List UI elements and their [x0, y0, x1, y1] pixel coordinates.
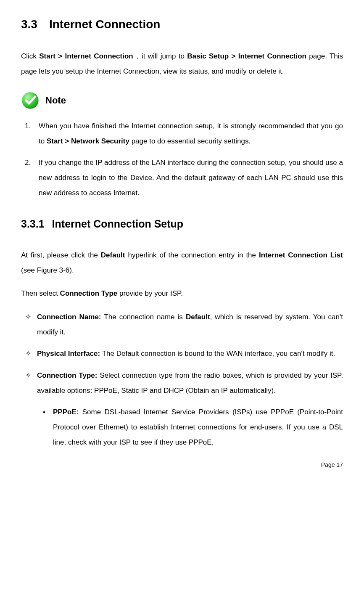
text-run: The connection name is	[101, 313, 186, 321]
text-run: hyperlink of the connection entry in the	[125, 251, 259, 259]
text-run: Then select	[21, 289, 60, 297]
text-run: At first, please click the	[21, 251, 101, 259]
list-item: Connection Type: Select connection type …	[24, 368, 343, 398]
list-item: PPPoE: Some DSL-based Internet Service P…	[41, 405, 343, 450]
text-bold: Connection Type	[60, 289, 118, 297]
text-run: (see Figure 3-6).	[21, 266, 74, 274]
text-run: Click	[21, 52, 39, 60]
body-paragraph: Then select Connection Type provide by y…	[21, 286, 343, 301]
sub-list: PPPoE: Some DSL-based Internet Service P…	[21, 405, 343, 450]
item-label: Connection Type:	[37, 371, 97, 379]
text-bold: Start > Network Security	[47, 137, 129, 145]
note-label: Note	[45, 91, 66, 110]
note-list-item: If you change the IP address of the LAN …	[33, 155, 343, 200]
text-run: Some DSL-based Internet Service Provider…	[53, 408, 343, 446]
section-heading: 3.3Internet Connection	[21, 17, 343, 32]
definition-list: Connection Name: The connection name is …	[21, 310, 343, 398]
section-title-text: Internet Connection	[49, 18, 160, 31]
check-circle-icon	[21, 91, 40, 110]
section-number: 3.3	[21, 18, 37, 31]
subsection-heading: 3.3.1Internet Connection Setup	[21, 217, 343, 231]
page-number: Page 17	[321, 461, 343, 468]
list-item: Physical Interface: The Default connecti…	[24, 346, 343, 361]
subsection-number: 3.3.1	[21, 218, 45, 230]
text-run: provide by your ISP.	[117, 289, 183, 297]
item-label: Physical Interface:	[37, 350, 100, 358]
text-bold: Internet Connection List	[259, 251, 343, 259]
note-list-item: When you have finished the Internet conn…	[33, 119, 343, 148]
intro-paragraph: Click Start > Internet Connection，it wil…	[21, 49, 343, 79]
note-callout: Note	[21, 91, 343, 110]
text-run: The Default connection is bound to the W…	[100, 350, 335, 358]
list-item: Connection Name: The connection name is …	[24, 310, 343, 339]
item-label: Connection Name:	[37, 313, 101, 321]
text-bold: Basic Setup > Internet Connection	[187, 52, 306, 60]
body-paragraph: At first, please click the Default hyper…	[21, 248, 343, 278]
text-bold: Default	[101, 251, 125, 259]
text-bold: Default	[186, 313, 210, 321]
text-run: ，it will jump to	[133, 52, 187, 60]
text-bold: Start > Internet Connection	[39, 52, 133, 60]
item-label: PPPoE:	[53, 408, 79, 416]
text-run: If you change the IP address of the LAN …	[39, 159, 343, 196]
note-list: When you have finished the Internet conn…	[21, 119, 343, 200]
page-footer: Page 17	[21, 461, 343, 469]
subsection-title-text: Internet Connection Setup	[52, 218, 184, 230]
text-run: page to do essential security settings.	[129, 137, 251, 145]
